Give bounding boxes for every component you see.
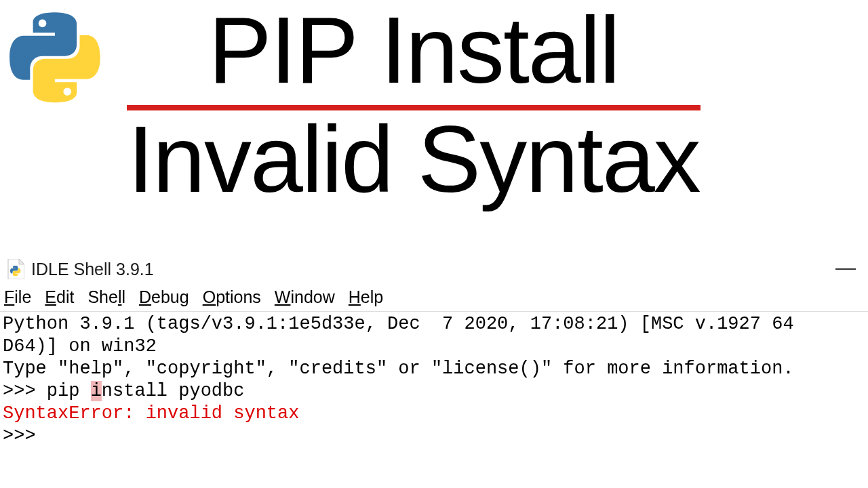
error-text: SyntaxError: invalid syntax	[3, 403, 299, 424]
idle-titlebar: IDLE Shell 3.9.1 —	[0, 256, 868, 282]
menu-window[interactable]: Window	[275, 287, 335, 307]
window-title: IDLE Shell 3.9.1	[31, 260, 154, 279]
banner-line2: D64)] on win32	[3, 336, 157, 357]
python-logo-icon	[9, 12, 100, 103]
menu-debug[interactable]: Debug	[139, 287, 189, 307]
menu-edit[interactable]: Edit	[45, 287, 74, 307]
menu-options[interactable]: Options	[203, 287, 261, 307]
prompt-1: >>>	[3, 381, 47, 401]
title-block: PIP Install Invalid Syntax	[115, 0, 712, 209]
menu-bar: File Edit Shell Debug Options Window Hel…	[0, 282, 868, 312]
title-line1: PIP Install	[115, 0, 712, 100]
cmd-prefix: pip	[47, 381, 91, 401]
minimize-button[interactable]: —	[835, 262, 856, 277]
shell-content[interactable]: Python 3.9.1 (tags/v3.9.1:1e5d33e, Dec 7…	[0, 312, 868, 449]
prompt-2: >>>	[3, 426, 47, 446]
header-section: PIP Install Invalid Syntax	[0, 0, 868, 224]
menu-shell[interactable]: Shell	[87, 287, 125, 307]
cmd-suffix: nstall pyodbc	[102, 381, 245, 401]
python-file-icon	[7, 259, 24, 279]
menu-file[interactable]: File	[4, 287, 31, 307]
title-line2: Invalid Syntax	[115, 109, 712, 209]
menu-help[interactable]: Help	[349, 287, 383, 307]
cmd-highlight: i	[91, 381, 102, 401]
banner-line1: Python 3.9.1 (tags/v3.9.1:1e5d33e, Dec 7…	[3, 314, 794, 334]
banner-line3: Type "help", "copyright", "credits" or "…	[3, 359, 794, 379]
idle-window: IDLE Shell 3.9.1 — File Edit Shell Debug…	[0, 256, 868, 449]
